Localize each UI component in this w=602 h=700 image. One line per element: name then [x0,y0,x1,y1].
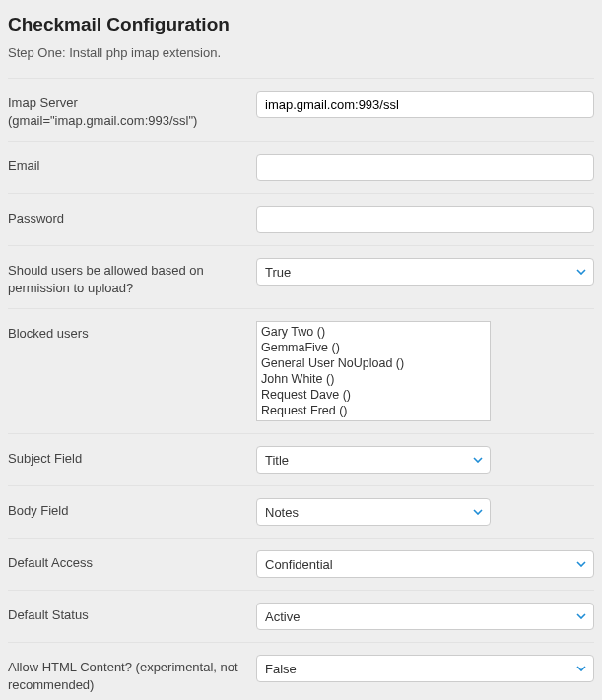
step-text: Step One: Install php imap extension. [8,45,594,60]
blocked-user-option[interactable]: John White () [257,371,490,387]
imap-server-label: Imap Server (gmail="imap.gmail.com:993/s… [8,91,256,129]
email-input[interactable] [256,154,594,181]
email-label: Email [8,154,256,175]
password-label: Password [8,206,256,227]
row-email: Email [8,141,594,193]
body-field-label: Body Field [8,498,256,520]
allow-by-permission-label: Should users be allowed based on permiss… [8,258,256,296]
blocked-users-label: Blocked users [8,321,256,343]
allow-by-permission-select[interactable]: True [256,258,594,286]
default-status-label: Default Status [8,603,256,624]
row-body-field: Body Field Notes [8,485,594,538]
default-access-label: Default Access [8,550,256,572]
row-imap-server: Imap Server (gmail="imap.gmail.com:993/s… [8,78,594,141]
row-allow-by-permission: Should users be allowed based on permiss… [8,245,594,308]
blocked-user-option[interactable]: Gary Two () [257,324,490,340]
row-blocked-users: Blocked users Gary Two ()GemmaFive ()Gen… [8,308,594,433]
blocked-user-option[interactable]: Request John () [257,418,490,421]
body-field-select[interactable]: Notes [256,498,491,526]
default-access-select[interactable]: Confidential [256,550,594,578]
imap-server-input[interactable] [256,91,594,118]
blocked-user-option[interactable]: Request Dave () [257,387,490,403]
blocked-user-option[interactable]: GemmaFive () [257,340,490,355]
blocked-user-option[interactable]: General User NoUpload () [257,355,490,371]
row-default-status: Default Status Active [8,590,594,642]
page-title: Checkmail Configuration [8,14,594,35]
default-status-select[interactable]: Active [256,603,594,630]
subject-field-label: Subject Field [8,446,256,468]
row-subject-field: Subject Field Title [8,433,594,485]
password-input[interactable] [256,206,594,233]
row-default-access: Default Access Confidential [8,538,594,590]
blocked-users-listbox[interactable]: Gary Two ()GemmaFive ()General User NoUp… [256,321,491,421]
allow-html-label: Allow HTML Content? (experimental, not r… [8,655,256,693]
subject-field-select[interactable]: Title [256,446,491,474]
blocked-user-option[interactable]: Request Fred () [257,403,490,418]
allow-html-select[interactable]: False [256,655,594,682]
row-allow-html: Allow HTML Content? (experimental, not r… [8,642,594,700]
row-password: Password [8,193,594,245]
